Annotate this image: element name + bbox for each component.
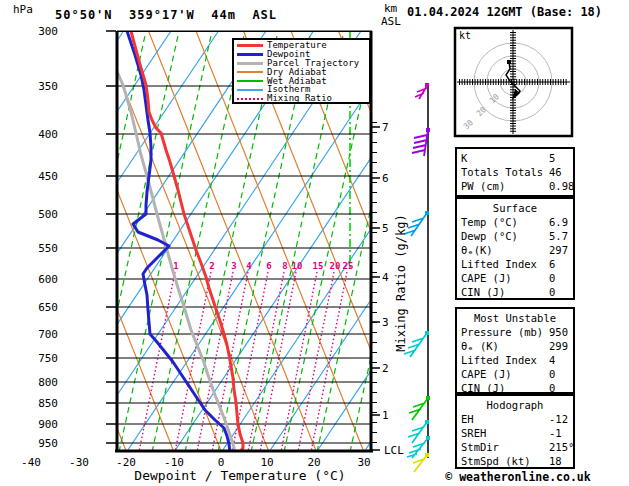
km-tick-5: 5 [382, 223, 389, 234]
mixing-ratio-line-swatch [237, 98, 263, 100]
pressure-tick-350: 350 [30, 81, 58, 92]
pressure-tick-850: 850 [30, 398, 58, 409]
stat-row-pw: PW (cm)0.98 [457, 179, 573, 193]
valid-datetime: 01.04.2024 12GMT (Base: 18) [407, 6, 602, 18]
wind-barb-green [409, 396, 430, 420]
stat-row-surface-cape: CAPE (J)0 [457, 271, 573, 285]
wet-adiabat-line-swatch [237, 80, 263, 82]
km-axis-unit: km [384, 3, 397, 14]
stat-row-surface-theta-e: θₑ(K)297 [457, 243, 573, 257]
temp-tick-minus40: -40 [16, 457, 46, 468]
stat-row-eh: EH-12 [457, 412, 573, 426]
mix-label-4: 4 [240, 262, 258, 271]
hodograph-panel [455, 28, 572, 136]
wind-barb-yellow [413, 453, 429, 472]
legend-box: Temperature Dewpoint Parcel Trajectory D… [232, 38, 371, 104]
pressure-tick-950: 950 [30, 438, 58, 449]
pressure-tick-800: 800 [30, 377, 58, 388]
most-unstable-panel-title: Most Unstable [457, 311, 573, 325]
mix-label-25: 25 [339, 262, 357, 271]
pressure-tick-600: 600 [30, 274, 58, 285]
temp-tick-minus20: -20 [111, 457, 141, 468]
km-tick-6: 6 [382, 173, 389, 184]
pressure-tick-900: 900 [30, 419, 58, 430]
stat-row-mu-pressure: Pressure (mb)950 [457, 325, 573, 339]
station-title: 50°50'N 359°17'W 44m ASL [55, 9, 277, 21]
dewpoint-line-swatch [237, 53, 263, 56]
mix-label-2: 2 [203, 262, 221, 271]
mix-label-10: 10 [288, 262, 306, 271]
temp-tick-20: 20 [299, 457, 329, 468]
surface-panel: Surface Temp (°C)6.9 Dewp (°C)5.7 θₑ(K)2… [455, 197, 575, 300]
stat-row-surface-lifted-index: Lifted Index6 [457, 257, 573, 271]
km-tick-4: 4 [382, 272, 389, 283]
pressure-tick-450: 450 [30, 171, 58, 182]
mix-label-1: 1 [167, 262, 185, 271]
hodograph-stats-panel: Hodograph EH-12 SREH-1 StmDir215° StmSpd… [455, 394, 575, 469]
mixing-ratio-lines [139, 272, 347, 452]
indices-panel: K5 Totals Totals46 PW (cm)0.98 [455, 147, 575, 197]
hodograph-unit-label: kt [459, 31, 471, 41]
temperature-curve [131, 31, 243, 452]
stat-row-mu-cin: CIN (J)0 [457, 381, 573, 395]
stat-row-mu-cape: CAPE (J)0 [457, 367, 573, 381]
dewpoint-curve [127, 31, 230, 452]
temp-tick-0: 0 [206, 457, 236, 468]
mix-label-15: 15 [309, 262, 327, 271]
parcel-line-swatch [237, 62, 263, 65]
stat-row-totals-totals: Totals Totals46 [457, 165, 573, 179]
pressure-unit-label: hPa [13, 4, 33, 15]
dry-adiabat-line-swatch [237, 71, 263, 73]
stat-row-k: K5 [457, 151, 573, 165]
stat-row-stmspd: StmSpd (kt)18 [457, 454, 573, 468]
copyright-notice: © weatheronline.co.uk [433, 470, 603, 484]
pressure-tick-400: 400 [30, 129, 58, 140]
asl-axis-unit: ASL [381, 16, 401, 27]
pressure-tick-650: 650 [30, 302, 58, 313]
x-axis-title: Dewpoint / Temperature (°C) [100, 469, 380, 482]
stat-row-sreh: SREH-1 [457, 426, 573, 440]
temp-tick-30: 30 [349, 457, 379, 468]
stat-row-surface-cin: CIN (J)0 [457, 285, 573, 299]
stat-row-surface-dewp: Dewp (°C)5.7 [457, 229, 573, 243]
stat-row-stmdir: StmDir215° [457, 440, 573, 454]
stat-row-mu-theta-e: θₑ (K)299 [457, 339, 573, 353]
lcl-marker-label: LCL [384, 445, 404, 456]
wind-barb-magenta [415, 83, 429, 99]
temp-tick-10: 10 [252, 457, 282, 468]
km-tick-7: 7 [382, 122, 389, 133]
mixing-ratio-axis-title: Mixing Ratio (g/kg) [395, 198, 407, 368]
pressure-tick-300: 300 [30, 26, 58, 37]
temp-tick-minus30: -30 [64, 457, 94, 468]
pressure-tick-550: 550 [30, 243, 58, 254]
pressure-tick-700: 700 [30, 329, 58, 340]
km-tick-3: 3 [382, 317, 389, 328]
legend-item-mixing-ratio: Mixing Ratio [237, 94, 369, 103]
pressure-tick-750: 750 [30, 353, 58, 364]
isotherm-line-swatch [237, 89, 263, 91]
surface-panel-title: Surface [457, 201, 573, 215]
km-tick-2: 2 [382, 363, 389, 374]
km-tick-1: 1 [382, 410, 389, 421]
stat-row-mu-lifted-index: Lifted Index4 [457, 353, 573, 367]
hodograph-stats-title: Hodograph [457, 398, 573, 412]
pressure-tick-500: 500 [30, 209, 58, 220]
km-axis-major-ticks [372, 127, 380, 450]
temp-tick-minus10: -10 [159, 457, 189, 468]
skewt-sounding-app: hPa 50°50'N 359°17'W 44m ASL km ASL 01.0… [0, 0, 629, 486]
stat-row-surface-temp: Temp (°C)6.9 [457, 215, 573, 229]
most-unstable-panel: Most Unstable Pressure (mb)950 θₑ (K)299… [455, 307, 575, 394]
pressure-axis-ticks [106, 31, 116, 443]
temperature-line-swatch [237, 44, 263, 47]
